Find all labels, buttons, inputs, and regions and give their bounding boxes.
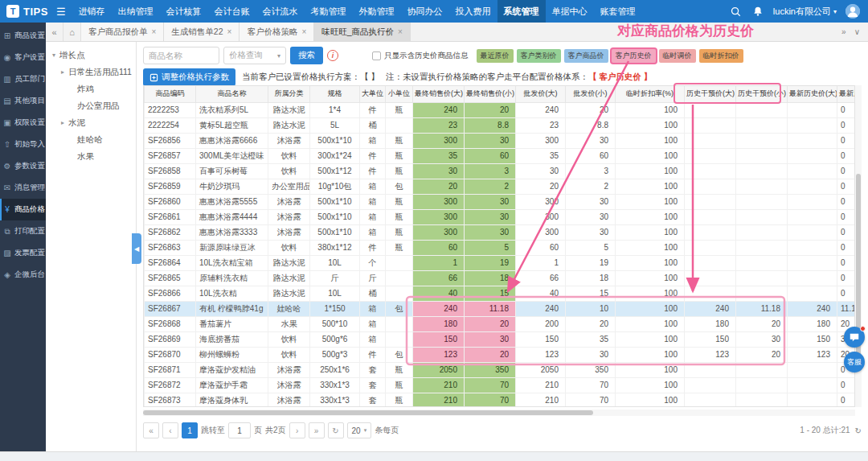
- top-menu-item-5[interactable]: 考勤管理: [305, 0, 353, 23]
- table-row-11[interactable]: SF26865原辅料洗衣精路达水泥斤斤661866181000: [145, 270, 856, 286]
- close-icon[interactable]: ×: [152, 27, 157, 36]
- sidebar-item-0[interactable]: ⊞商品设置: [0, 25, 46, 47]
- table-row-7[interactable]: SF26861惠惠沐浴露4444沐浴露500x1*10箱瓶30030300301…: [145, 209, 856, 224]
- tree-collapse-handle[interactable]: ◀: [132, 233, 141, 264]
- tree-node-3[interactable]: 办公室用品: [46, 97, 136, 114]
- tree-node-6[interactable]: 水果: [46, 148, 136, 165]
- column-header-14[interactable]: 最新历史价(小): [837, 86, 856, 102]
- sidebar-item-10[interactable]: ▨发票配置: [0, 242, 46, 264]
- home-tab-icon[interactable]: ⌂: [63, 23, 81, 41]
- tree-node-1[interactable]: ▸日常生活用品111: [46, 64, 136, 80]
- sidebar-item-8[interactable]: ¥商品价格: [0, 199, 46, 220]
- top-menu-item-1[interactable]: 出纳管理: [112, 0, 160, 23]
- page-size-select[interactable]: 20 ▾: [347, 422, 372, 438]
- top-menu-item-10[interactable]: 单据中心: [546, 0, 594, 23]
- table-row-18[interactable]: SF26872摩洛蔻护手霜沐浴露330x1*3套瓶21070210701000: [145, 377, 856, 393]
- table-row-13[interactable]: SF26867有机 柠檬鸭脖41g娃哈哈1*150箱包24011.1824010…: [145, 301, 856, 316]
- horizontal-scrollbar-thumb[interactable]: [143, 410, 593, 415]
- tree-node-0[interactable]: ▾增长点: [46, 47, 136, 64]
- top-menu-item-8[interactable]: 投入费用: [449, 0, 497, 23]
- info-icon[interactable]: i: [327, 50, 338, 61]
- tree-node-5[interactable]: 娃哈哈: [46, 131, 136, 148]
- column-header-13[interactable]: 最新历史价(大): [788, 86, 837, 102]
- horizontal-scrollbar[interactable]: [143, 410, 855, 416]
- sidebar-item-2[interactable]: ▥员工部门: [0, 68, 46, 90]
- sidebar-item-11[interactable]: ◈企微后台: [0, 264, 46, 286]
- column-header-8[interactable]: 批发价(大): [516, 86, 566, 102]
- sidebar-item-1[interactable]: ◉客户设置: [0, 47, 46, 68]
- column-header-3[interactable]: 规格: [310, 86, 360, 102]
- table-row-8[interactable]: SF26862惠惠沐浴露3333沐浴露500x1*10箱瓶30030300301…: [145, 224, 856, 240]
- search-button[interactable]: 搜索: [290, 47, 323, 64]
- tabs-collapse-icon[interactable]: ∨: [854, 27, 860, 36]
- column-header-0[interactable]: 商品编码: [145, 86, 196, 102]
- top-menu-item-3[interactable]: 会计台账: [208, 0, 256, 23]
- table-row-0[interactable]: 2222253洗衣精系列5L路达水泥1*4件瓶24020240201000: [145, 102, 856, 117]
- customer-service-button[interactable]: 客服: [844, 352, 865, 373]
- column-header-9[interactable]: 批发价(小): [566, 86, 616, 102]
- tab-1[interactable]: 生成销售单22×: [164, 23, 240, 41]
- table-row-5[interactable]: SF26859牛奶沙琪玛办公室用品10g*10包箱包2022021000: [145, 179, 856, 194]
- table-row-2[interactable]: SF26856惠惠沐浴露6666沐浴露500x1*10箱瓶30030300301…: [145, 133, 856, 148]
- refresh-icon[interactable]: ↻: [328, 422, 344, 438]
- last-page-button[interactable]: »: [309, 422, 325, 438]
- column-header-6[interactable]: 最终销售价(大): [413, 86, 465, 102]
- table-row-12[interactable]: SF2686610L洗衣精路达水泥10L桶401540151000: [145, 286, 856, 301]
- company-menu[interactable]: luckin有限公司 ▾: [773, 6, 837, 18]
- tab-3[interactable]: 味旺旺_商品执行价×: [314, 23, 411, 41]
- avatar[interactable]: [845, 4, 860, 19]
- prev-page-button[interactable]: ‹: [162, 422, 178, 438]
- sidebar-item-9[interactable]: ⧉打印配置: [0, 220, 46, 242]
- next-page-button[interactable]: ›: [289, 422, 305, 438]
- hamburger-icon[interactable]: ☰: [56, 6, 66, 18]
- product-name-input[interactable]: [143, 47, 219, 64]
- column-header-11[interactable]: 历史干预价(大): [685, 86, 736, 102]
- tabs-back-icon[interactable]: «: [46, 23, 63, 41]
- table-row-3[interactable]: SF26857300ML美年达橙味饮料300x1*24件瓶35603560100…: [145, 148, 856, 163]
- top-menu-item-6[interactable]: 外勤管理: [353, 0, 401, 23]
- sidebar-item-4[interactable]: ▣权限设置: [0, 112, 46, 134]
- table-row-14[interactable]: SF26868番茄薯片水果500*10箱18020200201001802018…: [145, 316, 856, 331]
- sidebar-item-6[interactable]: ⚙参数设置: [0, 155, 46, 177]
- top-menu-item-7[interactable]: 协同办公: [401, 0, 449, 23]
- tab-2[interactable]: 客户价格策略×: [240, 23, 314, 41]
- tabs-forward-icon[interactable]: »: [841, 27, 846, 36]
- bell-icon[interactable]: [751, 5, 764, 18]
- column-header-12[interactable]: 历史干预价(小): [736, 86, 788, 102]
- price-query-select[interactable]: 价格查询 ▾: [223, 47, 286, 64]
- close-icon[interactable]: ×: [301, 27, 306, 36]
- current-page-button[interactable]: 1: [182, 422, 198, 438]
- table-row-16[interactable]: SF26870柳州螺蛳粉饮料500g*3件包123201233010012320…: [145, 347, 856, 362]
- close-icon[interactable]: ×: [398, 27, 403, 36]
- table-row-1[interactable]: 2222254黄标5L超空瓶路达水泥5L桶238.8238.81000: [145, 117, 856, 133]
- tree-caret-icon[interactable]: ▸: [59, 119, 67, 126]
- tree-node-4[interactable]: ▸水泥: [46, 114, 136, 131]
- checkbox-box[interactable]: [372, 51, 381, 60]
- table-row-6[interactable]: SF26860惠惠沐浴露5555沐浴露500x1*10箱瓶30030300301…: [145, 194, 856, 209]
- close-icon[interactable]: ×: [227, 27, 232, 36]
- column-header-10[interactable]: 临时折扣率(%): [616, 86, 685, 102]
- column-header-2[interactable]: 所属分类: [268, 86, 310, 102]
- first-page-button[interactable]: «: [143, 422, 159, 438]
- table-row-10[interactable]: SF2686410L洗衣精宝箱路达水泥10L个1191191000: [145, 255, 856, 270]
- column-header-5[interactable]: 小单位: [386, 86, 413, 102]
- search-icon[interactable]: [730, 5, 743, 18]
- adjust-price-params-button[interactable]: 调整价格执行参数: [143, 68, 235, 86]
- tree-caret-icon[interactable]: ▸: [59, 68, 67, 76]
- tree-node-2[interactable]: 炸鸡: [46, 80, 136, 97]
- top-menu-item-4[interactable]: 会计流水: [256, 0, 305, 23]
- chat-bubble-icon[interactable]: [844, 327, 865, 348]
- table-row-15[interactable]: SF26869海底捞番茄饮料500g*6箱1503015035100150301…: [145, 331, 856, 347]
- top-menu-item-2[interactable]: 会计核算: [160, 0, 208, 23]
- column-header-4[interactable]: 大单位: [360, 86, 386, 102]
- table-row-4[interactable]: SF26858百事可乐树莓饮料500x1*12件瓶3033031000: [145, 163, 856, 179]
- top-menu-item-0[interactable]: 进销存: [72, 0, 112, 23]
- column-header-7[interactable]: 最终销售价(小): [465, 86, 516, 102]
- sidebar-item-7[interactable]: ✉消息管理: [0, 177, 46, 199]
- table-row-9[interactable]: SF26863新源原味绿豆冰饮料380x1*12件瓶6056051000: [145, 240, 856, 255]
- top-menu-item-9[interactable]: 系统管理: [497, 0, 546, 23]
- table-row-17[interactable]: SF26871摩洛蔻护发精油沐浴露250x1*6套瓶20503502050350…: [145, 362, 856, 377]
- page-jump-input[interactable]: [228, 422, 251, 438]
- tab-0[interactable]: 客户商品报价单×: [81, 23, 164, 41]
- column-header-1[interactable]: 商品名称: [196, 86, 268, 102]
